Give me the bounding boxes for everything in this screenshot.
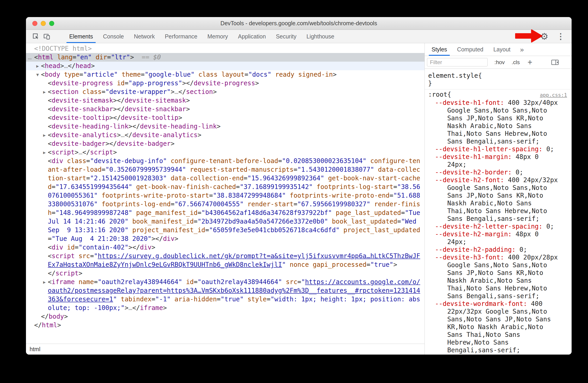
dom-tree-line[interactable]: <devsite-heading-link></devsite-heading-… bbox=[26, 122, 424, 131]
more-tabs-icon[interactable]: » bbox=[520, 46, 524, 54]
sidebar-tabs-row: StylesComputedLayout » bbox=[425, 43, 572, 56]
sidebar-tab-layout[interactable]: Layout bbox=[488, 43, 515, 56]
minimize-button[interactable] bbox=[41, 21, 46, 26]
toolbar-right: ⚙ ⋮ bbox=[540, 32, 568, 41]
dom-tree-line[interactable]: ▶<iframe name="oauth2relay438944664" id=… bbox=[26, 278, 424, 312]
overflow-marker: … bbox=[28, 53, 32, 62]
dom-tree-line[interactable]: </body> bbox=[26, 312, 424, 321]
dom-tree-line[interactable]: </script> bbox=[26, 269, 424, 278]
css-declaration[interactable]: --devsite-h1-letter-spacing: 0; bbox=[425, 145, 572, 153]
titlebar[interactable]: DevTools - developers.google.com/web/too… bbox=[26, 17, 572, 30]
css-declaration[interactable]: --devsite-h2-font: 400 24px/32px Google … bbox=[425, 176, 572, 223]
sidebar-tab-computed[interactable]: Computed bbox=[452, 43, 488, 56]
collapse-arrow-icon[interactable]: ▼ bbox=[35, 70, 41, 79]
tab-memory[interactable]: Memory bbox=[202, 30, 233, 43]
dom-tree-line[interactable]: ▶<devsite-analytics>…</devsite-analytics… bbox=[26, 131, 424, 139]
elements-panel: <!DOCTYPE html>…<html lang="en" dir="ltr… bbox=[26, 43, 572, 355]
tab-network[interactable]: Network bbox=[129, 30, 160, 43]
style-rule: element.style {} bbox=[425, 71, 572, 89]
main-toolbar: ElementsConsoleNetworkPerformanceMemoryA… bbox=[26, 30, 572, 43]
dom-tree-line[interactable]: <devsite-sitemask></devsite-sitemask> bbox=[26, 96, 424, 105]
css-declaration[interactable]: --devsite-h2-border: 0; bbox=[425, 169, 572, 176]
window-controls bbox=[32, 21, 54, 26]
dom-tree-line[interactable]: ▶<script>…</script> bbox=[26, 148, 424, 157]
dom-tree-line[interactable]: <div id="contain-402"></div> bbox=[26, 243, 424, 252]
toolbar-tabs: ElementsConsoleNetworkPerformanceMemoryA… bbox=[64, 30, 339, 43]
dom-tree-line[interactable]: ▶<section class="devsite-wrapper">…</sec… bbox=[26, 88, 424, 96]
css-declaration[interactable]: --devsite-button-background-hover: bbox=[425, 354, 572, 355]
dom-tree-line[interactable]: <script src="https://survey.g.doubleclic… bbox=[26, 252, 424, 269]
expand-arrow-icon[interactable]: ▶ bbox=[42, 131, 47, 139]
styles-toolbar: :hov .cls + bbox=[425, 56, 572, 69]
tab-security[interactable]: Security bbox=[271, 30, 301, 43]
dom-tree-line[interactable]: </html> bbox=[26, 321, 424, 329]
breadcrumb-bar: html bbox=[26, 344, 424, 355]
styles-sidebar: StylesComputedLayout » :hov .cls + eleme… bbox=[424, 43, 572, 355]
dom-tree: <!DOCTYPE html>…<html lang="en" dir="ltr… bbox=[26, 43, 424, 344]
style-rules: element.style {}:root {app.css:1--devsit… bbox=[425, 69, 572, 355]
css-declaration[interactable]: --devsite-h2-letter-spacing: 0; bbox=[425, 223, 572, 230]
rule-closing-brace: } bbox=[425, 80, 572, 87]
rule-selector[interactable]: :root bbox=[428, 91, 447, 98]
pseudo-state-button[interactable]: :hov bbox=[494, 59, 505, 65]
sidebar-tab-styles[interactable]: Styles bbox=[426, 43, 452, 56]
css-declaration[interactable]: --devsite-h1-margin: 48px 0 24px; bbox=[425, 153, 572, 169]
dom-tree-line[interactable]: <devsite-badger></devsite-badger> bbox=[26, 139, 424, 148]
zoom-button[interactable] bbox=[49, 21, 54, 26]
close-button[interactable] bbox=[32, 21, 37, 26]
tab-lighthouse[interactable]: Lighthouse bbox=[301, 30, 339, 43]
expand-arrow-icon[interactable]: ▶ bbox=[42, 278, 47, 286]
tab-elements[interactable]: Elements bbox=[64, 30, 98, 43]
rule-selector[interactable]: element.style bbox=[428, 72, 478, 80]
window-title: DevTools - developers.google.com/web/too… bbox=[220, 20, 377, 27]
breadcrumb-html[interactable]: html bbox=[30, 346, 40, 353]
css-declaration[interactable]: --devsite-h3-font: 400 20px/28px Google … bbox=[425, 254, 572, 300]
inspect-element-button[interactable] bbox=[30, 31, 41, 42]
dom-tree-line[interactable]: <!DOCTYPE html> bbox=[26, 44, 424, 53]
dom-tree-line[interactable]: <devsite-progress id="app-progress"></de… bbox=[26, 79, 424, 88]
rule-header: element.style { bbox=[425, 72, 572, 80]
dom-tree-line[interactable]: <devsite-snackbar></devsite-snackbar> bbox=[26, 105, 424, 114]
style-rule: :root {app.css:1--devsite-h1-font: 400 3… bbox=[425, 89, 572, 355]
device-toolbar-button[interactable] bbox=[41, 31, 52, 42]
expand-arrow-icon[interactable]: ▶ bbox=[42, 148, 47, 157]
rule-header: :root {app.css:1 bbox=[425, 91, 572, 99]
tab-console[interactable]: Console bbox=[98, 30, 129, 43]
devtools-window: DevTools - developers.google.com/web/too… bbox=[26, 17, 572, 355]
styles-filter-input[interactable] bbox=[427, 58, 488, 66]
more-options-icon[interactable]: ⋮ bbox=[557, 32, 565, 40]
inspect-cursor-icon bbox=[31, 32, 39, 41]
sidebar-tabs: StylesComputedLayout bbox=[426, 43, 516, 56]
dom-tree-line[interactable]: ▼<body type="article" theme="google-blue… bbox=[26, 70, 424, 79]
css-declaration[interactable]: --devsite-h1-font: 400 32px/40px Google … bbox=[425, 99, 572, 145]
dom-tree-pane: <!DOCTYPE html>…<html lang="en" dir="ltr… bbox=[26, 43, 424, 355]
toggle-computed-sidebar-icon[interactable] bbox=[551, 59, 559, 65]
dom-tree-line[interactable]: <div class="devsite-debug-info" configur… bbox=[26, 157, 424, 243]
stylesheet-source-link[interactable]: app.css:1 bbox=[540, 91, 567, 99]
expand-arrow-icon[interactable]: ▶ bbox=[42, 88, 47, 96]
tab-performance[interactable]: Performance bbox=[160, 30, 202, 43]
device-toolbar-icon bbox=[43, 32, 51, 41]
dom-tree-line[interactable]: ▶<head>…</head> bbox=[26, 62, 424, 70]
dom-tree-line[interactable]: <devsite-tooltip></devsite-tooltip> bbox=[26, 114, 424, 122]
annotation-arrow-icon bbox=[515, 28, 543, 43]
css-declaration[interactable]: --devsite-wordmark-font: 400 22px/32px G… bbox=[425, 300, 572, 354]
css-declaration[interactable]: --devsite-h2-margin: 48px 0 24px; bbox=[425, 230, 572, 246]
tab-application[interactable]: Application bbox=[233, 30, 271, 43]
element-classes-button[interactable]: .cls bbox=[511, 59, 520, 65]
new-style-rule-button[interactable]: + bbox=[527, 58, 532, 66]
dom-tree-line[interactable]: …<html lang="en" dir="ltr"> == $0 bbox=[26, 53, 424, 62]
css-declaration[interactable]: --devsite-h2-padding: 0; bbox=[425, 246, 572, 254]
expand-arrow-icon[interactable]: ▶ bbox=[35, 62, 41, 70]
